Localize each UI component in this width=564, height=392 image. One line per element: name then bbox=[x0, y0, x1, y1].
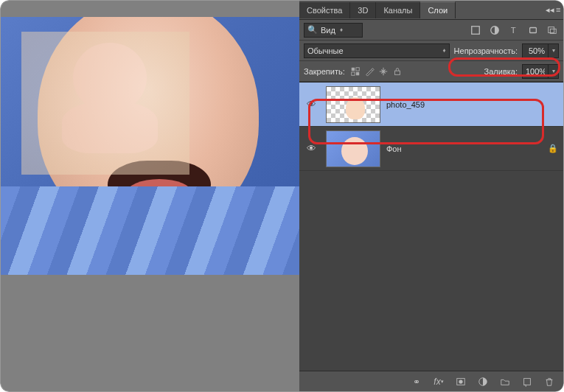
layer-thumbnail[interactable] bbox=[326, 86, 380, 123]
expand-left-icon[interactable]: ◂◂ bbox=[543, 6, 553, 14]
layer-row[interactable]: 👁 photo_459 bbox=[299, 83, 563, 127]
tab-layers[interactable]: Слои bbox=[420, 1, 456, 18]
new-layer-icon[interactable] bbox=[521, 375, 534, 388]
lock-all-icon[interactable] bbox=[391, 66, 403, 77]
opacity-dropdown-icon[interactable]: ▾ bbox=[548, 44, 558, 57]
fill-dropdown-icon[interactable]: ▾ bbox=[548, 65, 558, 78]
panel-footer: ⚭ fx▾ bbox=[299, 371, 563, 391]
fill-input[interactable]: ▾ bbox=[522, 64, 559, 79]
lock-pixels-icon[interactable] bbox=[363, 66, 375, 77]
visibility-toggle-icon[interactable]: 👁 bbox=[302, 143, 320, 154]
filter-kind-select[interactable]: 🔍Вид♦ bbox=[304, 23, 363, 38]
svg-text:T: T bbox=[511, 26, 516, 35]
svg-rect-3 bbox=[530, 27, 537, 32]
blend-mode-label: Обычные bbox=[307, 46, 344, 55]
panel-menu-icon[interactable]: ≡ bbox=[553, 6, 563, 14]
filter-pixel-icon[interactable] bbox=[469, 24, 482, 37]
filter-row: 🔍Вид♦ T bbox=[299, 20, 563, 41]
adjustment-layer-icon[interactable] bbox=[476, 375, 490, 388]
delete-layer-icon[interactable] bbox=[543, 375, 556, 388]
layer-thumbnail[interactable] bbox=[326, 130, 380, 167]
blend-row: Обычные ♦ Непрозрачность: ▾ bbox=[299, 41, 563, 61]
lock-position-icon[interactable] bbox=[377, 66, 389, 77]
lock-row: Закрепить: Заливка: ▾ bbox=[299, 61, 563, 82]
layer-list: 👁 photo_459 👁 Фон 🔒 bbox=[299, 82, 563, 371]
svg-rect-9 bbox=[352, 71, 355, 74]
filter-adjust-icon[interactable] bbox=[488, 24, 501, 37]
filter-type-icon[interactable]: T bbox=[507, 24, 521, 37]
opacity-field[interactable] bbox=[523, 46, 548, 55]
layer-style-icon[interactable]: fx▾ bbox=[432, 375, 445, 388]
tab-channels[interactable]: Каналы bbox=[376, 2, 420, 18]
svg-rect-7 bbox=[356, 71, 359, 74]
lock-transparency-icon[interactable] bbox=[349, 66, 361, 77]
fill-label: Заливка: bbox=[484, 67, 518, 76]
opacity-label: Непрозрачность: bbox=[454, 46, 518, 55]
layer-mask-icon[interactable] bbox=[454, 375, 467, 388]
svg-rect-0 bbox=[472, 26, 480, 34]
group-icon[interactable] bbox=[498, 375, 512, 388]
svg-rect-4 bbox=[549, 27, 554, 32]
filter-smart-icon[interactable] bbox=[546, 24, 559, 37]
svg-rect-10 bbox=[394, 71, 400, 74]
svg-rect-6 bbox=[352, 67, 355, 70]
svg-rect-14 bbox=[524, 378, 531, 385]
panel-tabs: Свойства 3D Каналы Слои ◂◂ ≡ bbox=[299, 1, 563, 20]
fill-field[interactable] bbox=[523, 67, 548, 76]
visibility-toggle-icon[interactable]: 👁 bbox=[302, 99, 320, 110]
tab-properties[interactable]: Свойства bbox=[299, 2, 350, 18]
filter-shape-icon[interactable] bbox=[526, 24, 540, 37]
lock-label: Закрепить: bbox=[304, 67, 345, 76]
filter-kind-label: Вид bbox=[321, 26, 335, 35]
layer-name[interactable]: Фон bbox=[386, 144, 546, 153]
layer-row[interactable]: 👁 Фон 🔒 bbox=[299, 127, 563, 171]
layers-panel: Свойства 3D Каналы Слои ◂◂ ≡ 🔍Вид♦ T Обы… bbox=[299, 1, 563, 391]
layer-name[interactable]: photo_459 bbox=[386, 100, 560, 109]
link-layers-icon[interactable]: ⚭ bbox=[410, 375, 423, 388]
opacity-input[interactable]: ▾ bbox=[522, 43, 559, 58]
top-layer-render[interactable] bbox=[21, 32, 189, 175]
svg-rect-8 bbox=[356, 67, 359, 70]
blend-mode-select[interactable]: Обычные ♦ bbox=[304, 43, 450, 58]
tab-3d[interactable]: 3D bbox=[350, 2, 376, 18]
canvas-area[interactable] bbox=[1, 1, 299, 391]
lock-indicator-icon: 🔒 bbox=[546, 144, 560, 153]
svg-point-12 bbox=[459, 379, 462, 383]
